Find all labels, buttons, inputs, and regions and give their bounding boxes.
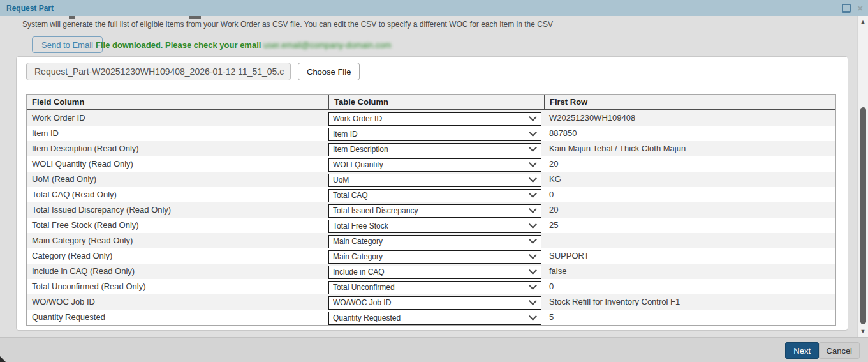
table-row: Total CAQ (Read Only) Total CAQ 0 — [27, 187, 835, 202]
header-field-column: Field Column — [27, 95, 328, 109]
choose-file-button[interactable]: Choose File — [298, 63, 360, 80]
first-row-value: W20251230WH109408 — [544, 110, 835, 126]
table-column-select[interactable]: Main Category — [328, 234, 541, 247]
table-column-select[interactable]: WO/WOC Job ID — [328, 295, 541, 308]
table-row: Item ID Item ID 887850 — [27, 126, 835, 141]
table-row: Include in CAQ (Read Only) Include in CA… — [27, 264, 835, 279]
field-column-label: Item ID — [27, 126, 328, 141]
first-row-value: 20 — [544, 202, 835, 218]
table-column-select-control[interactable]: Item Description — [328, 143, 541, 156]
first-row-value: Stock Refill for Inventory Control F1 — [544, 294, 835, 310]
download-status-message: File downloaded. Please check your email… — [96, 40, 391, 50]
table-row: Total Free Stock (Read Only) Total Free … — [27, 218, 835, 233]
mouse-cursor — [0, 356, 6, 362]
table-column-select[interactable]: WOLI Quantity — [328, 157, 541, 170]
first-row-value: KG — [544, 172, 835, 187]
first-row-value: SUPPORT — [544, 248, 835, 264]
scrollbar-thumb[interactable] — [860, 107, 866, 324]
dialog-footer: Next Cancel — [0, 337, 868, 362]
field-column-label: Main Category (Read Only) — [27, 233, 328, 248]
field-column-label: Quantity Requested — [27, 310, 328, 325]
field-column-label: Total Unconfirmed (Read Only) — [27, 279, 328, 294]
table-column-select-control[interactable]: WOLI Quantity — [328, 158, 541, 172]
table-column-select-control[interactable]: Total Unconfirmed — [328, 281, 541, 294]
table-column-select-control[interactable]: Include in CAQ — [328, 266, 541, 279]
scroll-down-icon[interactable]: ▼ — [858, 327, 868, 336]
table-column-select-control[interactable]: UoM — [328, 174, 541, 187]
table-row: UoM (Read Only) UoM KG — [27, 172, 835, 187]
table-column-select-control[interactable]: Total Free Stock — [328, 220, 541, 233]
table-column-select[interactable]: Total Unconfirmed — [328, 280, 541, 293]
table-row: WOLI Quantity (Read Only) WOLI Quantity … — [27, 156, 835, 172]
table-row: Work Order ID Work Order ID W20251230WH1… — [27, 110, 835, 126]
send-to-email-button[interactable]: Send to Email — [32, 36, 103, 53]
table-column-select[interactable]: Total Issued Discrepancy — [328, 203, 541, 216]
field-column-label: UoM (Read Only) — [27, 172, 328, 187]
table-column-select-control[interactable]: Work Order ID — [328, 112, 541, 126]
table-column-select[interactable]: Main Category — [328, 249, 541, 262]
header-first-row: First Row — [544, 95, 835, 109]
table-row: Category (Read Only) Main Category SUPPO… — [27, 248, 835, 264]
download-status-text: File downloaded. Please check your email — [96, 40, 263, 50]
field-column-label: Item Description (Read Only) — [27, 141, 328, 156]
next-button[interactable]: Next — [785, 342, 819, 359]
header-table-column: Table Column — [328, 95, 544, 109]
clipped-text-fragment — [69, 16, 75, 19]
table-column-select-control[interactable]: Main Category — [328, 235, 541, 248]
table-header-row: Field Column Table Column First Row — [27, 95, 835, 110]
table-body: Work Order ID Work Order ID W20251230WH1… — [27, 110, 835, 325]
first-row-value — [544, 233, 835, 248]
table-column-select[interactable]: Quantity Requested — [328, 310, 541, 324]
table-row: Quantity Requested Quantity Requested 5 — [27, 310, 835, 325]
table-column-select-control[interactable]: Quantity Requested — [328, 312, 541, 325]
column-mapping-table: Field Column Table Column First Row Work… — [26, 94, 836, 326]
field-column-label: Include in CAQ (Read Only) — [27, 264, 328, 279]
dialog-titlebar: Request Part × — [0, 0, 868, 16]
table-column-select[interactable]: UoM — [328, 172, 541, 186]
blurred-email: user.email@company-domain.com — [263, 40, 391, 50]
field-column-label: Category (Read Only) — [27, 248, 328, 264]
first-row-value: false — [544, 264, 835, 279]
clipped-text-fragment — [189, 16, 201, 19]
field-column-label: WO/WOC Job ID — [27, 294, 328, 310]
first-row-value: 0 — [544, 187, 835, 202]
first-row-value: Kain Majun Tebal / Thick Cloth Majun — [544, 141, 835, 156]
table-row: Main Category (Read Only) Main Category — [27, 233, 835, 248]
scroll-up-icon[interactable]: ▲ — [858, 17, 868, 26]
table-column-select-control[interactable]: Total CAQ — [328, 189, 541, 202]
first-row-value: 20 — [544, 156, 835, 172]
table-column-select[interactable]: Item ID — [328, 126, 541, 140]
table-column-select[interactable]: Total CAQ — [328, 188, 541, 201]
table-column-select[interactable]: Include in CAQ — [328, 264, 541, 278]
close-icon[interactable]: × — [857, 0, 863, 16]
table-column-select[interactable]: Item Description — [328, 142, 541, 155]
field-column-label: Work Order ID — [27, 110, 328, 126]
table-column-select-control[interactable]: Main Category — [328, 250, 541, 264]
table-column-select[interactable]: Total Free Stock — [328, 218, 541, 232]
table-row: Item Description (Read Only) Item Descri… — [27, 141, 835, 156]
instruction-text: System will generate the full list of el… — [22, 20, 553, 29]
table-row: Total Unconfirmed (Read Only) Total Unco… — [27, 279, 835, 294]
table-row: Total Issued Discrepancy (Read Only) Tot… — [27, 202, 835, 218]
dialog-title: Request Part — [6, 4, 54, 13]
field-column-label: WOLI Quantity (Read Only) — [27, 156, 328, 172]
field-column-label: Total Free Stock (Read Only) — [27, 218, 328, 233]
table-column-select[interactable]: Work Order ID — [328, 111, 541, 124]
table-column-select-control[interactable]: Item ID — [328, 128, 541, 141]
csv-mapping-panel: Request_Part-W20251230WH109408_2026-01-1… — [16, 56, 848, 331]
vertical-scrollbar[interactable]: ▲ ▼ — [857, 16, 868, 337]
cancel-button[interactable]: Cancel — [819, 342, 860, 359]
first-row-value: 5 — [544, 310, 835, 325]
first-row-value: 887850 — [544, 126, 835, 141]
field-column-label: Total Issued Discrepancy (Read Only) — [27, 202, 328, 218]
table-row: WO/WOC Job ID WO/WOC Job ID Stock Refill… — [27, 294, 835, 310]
table-column-select-control[interactable]: Total Issued Discrepancy — [328, 204, 541, 218]
first-row-value: 25 — [544, 218, 835, 233]
file-name-display[interactable]: Request_Part-W20251230WH109408_2026-01-1… — [26, 63, 291, 80]
field-column-label: Total CAQ (Read Only) — [27, 187, 328, 202]
maximize-icon[interactable] — [842, 4, 851, 13]
first-row-value: 0 — [544, 279, 835, 294]
table-column-select-control[interactable]: WO/WOC Job ID — [328, 296, 541, 310]
